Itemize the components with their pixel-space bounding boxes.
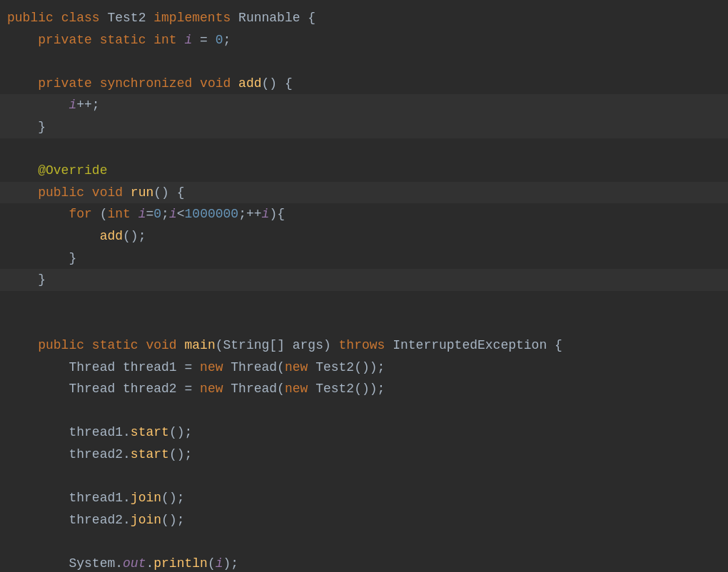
code-line-2: private static int i = 0; (0, 29, 728, 51)
code-line-9: public void run() { (0, 182, 728, 204)
line-1-content: public class Test2 implements Runnable { (7, 7, 315, 29)
line-6-content: } (7, 116, 46, 138)
code-line-6: } (0, 116, 728, 138)
line-4-content: private synchronized void add() { (7, 73, 293, 95)
code-line-7 (0, 138, 728, 160)
code-line-19 (0, 400, 728, 422)
line-16-content: public static void main(String[] args) t… (7, 334, 562, 357)
code-line-22 (0, 465, 728, 487)
code-line-18: Thread thread2 = new Thread(new Test2())… (0, 378, 728, 400)
line-20-content: thread1.start(); (7, 422, 192, 444)
code-line-10: for (int i=0;i<1000000;++i){ (0, 203, 728, 225)
code-line-1: public class Test2 implements Runnable { (0, 7, 728, 29)
code-line-13: } (0, 269, 728, 291)
line-12-content: } (7, 247, 76, 270)
line-23-content: thread1.join(); (7, 487, 184, 509)
code-line-23: thread1.join(); (0, 487, 728, 509)
code-line-21: thread2.start(); (0, 444, 728, 466)
line-24-content: thread2.join(); (7, 509, 184, 531)
line-21-content: thread2.start(); (7, 444, 192, 466)
code-line-25 (0, 531, 728, 553)
code-line-26: System.out.println(i); (0, 553, 728, 572)
line-18-content: Thread thread2 = new Thread(new Test2())… (7, 378, 385, 400)
code-line-4: private synchronized void add() { (0, 73, 728, 95)
code-line-20: thread1.start(); (0, 422, 728, 444)
line-8-content: @Override (7, 160, 107, 182)
line-2-content: private static int i = 0; (7, 29, 231, 51)
code-line-16: public static void main(String[] args) t… (0, 334, 728, 357)
code-editor: public class Test2 implements Runnable {… (0, 0, 728, 572)
code-line-8: @Override (0, 160, 728, 182)
code-line-14 (0, 291, 728, 313)
code-line-24: thread2.join(); (0, 509, 728, 531)
line-17-content: Thread thread1 = new Thread(new Test2())… (7, 357, 385, 379)
code-line-5: i++; (0, 94, 728, 116)
code-line-12: } (0, 247, 728, 270)
code-line-17: Thread thread1 = new Thread(new Test2())… (0, 357, 728, 379)
line-26-content: System.out.println(i); (7, 553, 238, 572)
line-5-content: i++; (7, 94, 100, 116)
line-10-content: for (int i=0;i<1000000;++i){ (7, 203, 285, 225)
line-9-content: public void run() { (7, 182, 184, 204)
code-line-11: add(); (0, 225, 728, 247)
line-13-content: } (7, 269, 46, 291)
line-11-content: add(); (7, 225, 146, 247)
code-line-15 (0, 312, 728, 334)
code-line-3 (0, 51, 728, 73)
